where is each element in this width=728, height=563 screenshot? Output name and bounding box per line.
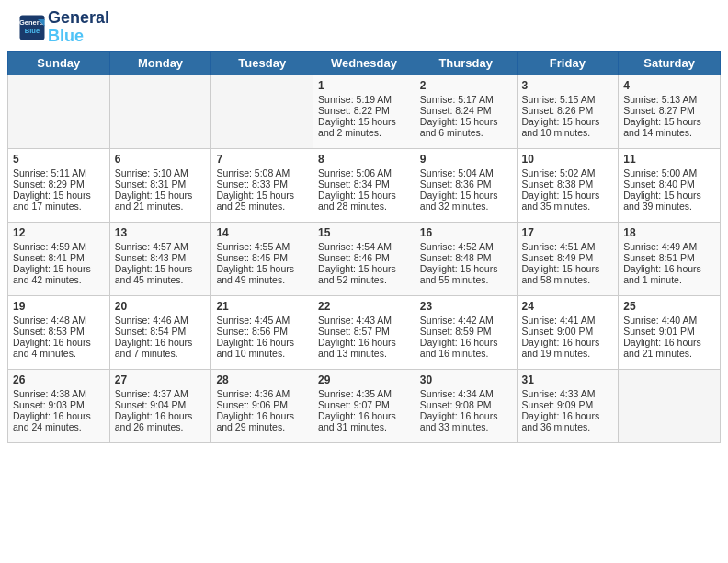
cell-text: Sunset: 8:40 PM	[623, 178, 715, 190]
day-number: 27	[115, 373, 207, 386]
cell-text: Daylight: 15 hours and 17 minutes.	[13, 190, 105, 212]
weekday-header-wednesday: Wednesday	[313, 51, 415, 75]
day-number: 25	[623, 300, 715, 313]
day-number: 31	[522, 373, 614, 386]
calendar-cell: 19Sunrise: 4:48 AMSunset: 8:53 PMDayligh…	[8, 295, 110, 369]
calendar-cell: 22Sunrise: 4:43 AMSunset: 8:57 PMDayligh…	[313, 295, 415, 369]
cell-text: Sunrise: 4:45 AM	[216, 315, 308, 326]
cell-text: Sunrise: 5:17 AM	[420, 94, 512, 105]
cell-text: Daylight: 16 hours and 36 minutes.	[522, 410, 614, 432]
calendar-cell: 10Sunrise: 5:02 AMSunset: 8:38 PMDayligh…	[517, 148, 619, 222]
cell-text: Sunrise: 4:34 AM	[420, 388, 512, 399]
calendar-cell: 30Sunrise: 4:34 AMSunset: 9:08 PMDayligh…	[415, 369, 517, 442]
calendar-cell: 26Sunrise: 4:38 AMSunset: 9:03 PMDayligh…	[8, 369, 110, 442]
calendar-cell	[8, 75, 110, 148]
weekday-header-friday: Friday	[517, 51, 619, 75]
calendar-cell: 28Sunrise: 4:36 AMSunset: 9:06 PMDayligh…	[211, 369, 313, 442]
calendar-cell: 24Sunrise: 4:41 AMSunset: 9:00 PMDayligh…	[517, 295, 619, 369]
day-number: 28	[216, 373, 308, 386]
day-number: 17	[522, 226, 614, 239]
calendar-cell: 17Sunrise: 4:51 AMSunset: 8:49 PMDayligh…	[517, 222, 619, 295]
cell-text: Sunset: 8:41 PM	[13, 252, 105, 263]
calendar-cell: 21Sunrise: 4:45 AMSunset: 8:56 PMDayligh…	[211, 295, 313, 369]
calendar-cell: 27Sunrise: 4:37 AMSunset: 9:04 PMDayligh…	[109, 369, 211, 442]
cell-text: Sunset: 8:29 PM	[13, 178, 105, 190]
cell-text: Daylight: 16 hours and 13 minutes.	[318, 337, 410, 359]
cell-text: Sunset: 8:51 PM	[623, 252, 715, 263]
cell-text: Sunrise: 5:06 AM	[318, 167, 410, 178]
calendar-header: SundayMondayTuesdayWednesdayThursdayFrid…	[8, 51, 721, 75]
day-number: 26	[13, 373, 105, 386]
day-number: 7	[216, 153, 308, 166]
cell-text: Daylight: 15 hours and 35 minutes.	[522, 190, 614, 212]
calendar-cell: 14Sunrise: 4:55 AMSunset: 8:45 PMDayligh…	[211, 222, 313, 295]
cell-text: Daylight: 16 hours and 4 minutes.	[13, 337, 105, 359]
cell-text: Sunset: 8:57 PM	[318, 326, 410, 337]
day-number: 11	[623, 153, 715, 166]
cell-text: Sunrise: 4:37 AM	[115, 388, 207, 399]
cell-text: Sunrise: 4:41 AM	[522, 315, 614, 326]
cell-text: Daylight: 16 hours and 7 minutes.	[115, 337, 207, 359]
cell-text: Sunrise: 5:04 AM	[420, 167, 512, 178]
cell-text: Daylight: 16 hours and 21 minutes.	[623, 337, 715, 359]
calendar-table: SundayMondayTuesdayWednesdayThursdayFrid…	[7, 51, 721, 443]
calendar-cell: 3Sunrise: 5:15 AMSunset: 8:26 PMDaylight…	[517, 75, 619, 148]
cell-text: Sunset: 8:38 PM	[522, 178, 614, 190]
cell-text: Sunrise: 4:49 AM	[623, 241, 715, 252]
day-number: 13	[115, 226, 207, 239]
cell-text: Sunrise: 4:59 AM	[13, 241, 105, 252]
cell-text: Sunset: 8:34 PM	[318, 178, 410, 190]
cell-text: Daylight: 15 hours and 6 minutes.	[420, 116, 512, 138]
cell-text: Sunset: 8:53 PM	[13, 326, 105, 337]
calendar-cell	[211, 75, 313, 148]
day-number: 19	[13, 300, 105, 313]
cell-text: Sunset: 9:09 PM	[522, 399, 614, 410]
cell-text: Daylight: 15 hours and 10 minutes.	[522, 116, 614, 138]
cell-text: Daylight: 15 hours and 58 minutes.	[522, 263, 614, 285]
calendar-cell: 31Sunrise: 4:33 AMSunset: 9:09 PMDayligh…	[517, 369, 619, 442]
cell-text: Sunset: 8:48 PM	[420, 252, 512, 263]
cell-text: Sunset: 8:22 PM	[318, 105, 410, 116]
cell-text: Sunrise: 4:42 AM	[420, 315, 512, 326]
day-number: 5	[13, 153, 105, 166]
cell-text: Daylight: 16 hours and 29 minutes.	[216, 410, 308, 432]
cell-text: Daylight: 15 hours and 42 minutes.	[13, 263, 105, 285]
calendar-cell: 11Sunrise: 5:00 AMSunset: 8:40 PMDayligh…	[619, 148, 721, 222]
cell-text: Daylight: 16 hours and 10 minutes.	[216, 337, 308, 359]
cell-text: Sunrise: 4:33 AM	[522, 388, 614, 399]
cell-text: Sunrise: 4:38 AM	[13, 388, 105, 399]
cell-text: Sunrise: 4:52 AM	[420, 241, 512, 252]
cell-text: Sunrise: 4:48 AM	[13, 315, 105, 326]
day-number: 24	[522, 300, 614, 313]
logo-text: GeneralBlue	[48, 9, 109, 46]
calendar-cell: 5Sunrise: 5:11 AMSunset: 8:29 PMDaylight…	[8, 148, 110, 222]
week-row-3: 12Sunrise: 4:59 AMSunset: 8:41 PMDayligh…	[8, 222, 721, 295]
calendar-cell: 2Sunrise: 5:17 AMSunset: 8:24 PMDaylight…	[415, 75, 517, 148]
cell-text: Sunrise: 5:11 AM	[13, 167, 105, 178]
calendar-cell: 16Sunrise: 4:52 AMSunset: 8:48 PMDayligh…	[415, 222, 517, 295]
cell-text: Sunset: 8:54 PM	[115, 326, 207, 337]
logo-icon: General Blue	[18, 14, 46, 41]
cell-text: Sunrise: 5:19 AM	[318, 94, 410, 105]
calendar-cell: 8Sunrise: 5:06 AMSunset: 8:34 PMDaylight…	[313, 148, 415, 222]
calendar-cell: 29Sunrise: 4:35 AMSunset: 9:07 PMDayligh…	[313, 369, 415, 442]
svg-text:Blue: Blue	[25, 27, 40, 35]
calendar-cell	[109, 75, 211, 148]
cell-text: Sunrise: 5:08 AM	[216, 167, 308, 178]
calendar-body: 1Sunrise: 5:19 AMSunset: 8:22 PMDaylight…	[8, 75, 721, 442]
cell-text: Daylight: 16 hours and 24 minutes.	[13, 410, 105, 432]
cell-text: Sunset: 9:06 PM	[216, 399, 308, 410]
cell-text: Sunset: 8:33 PM	[216, 178, 308, 190]
cell-text: Daylight: 16 hours and 19 minutes.	[522, 337, 614, 359]
cell-text: Daylight: 15 hours and 39 minutes.	[623, 190, 715, 212]
week-row-4: 19Sunrise: 4:48 AMSunset: 8:53 PMDayligh…	[8, 295, 721, 369]
calendar-cell: 15Sunrise: 4:54 AMSunset: 8:46 PMDayligh…	[313, 222, 415, 295]
cell-text: Sunset: 8:36 PM	[420, 178, 512, 190]
cell-text: Daylight: 16 hours and 26 minutes.	[115, 410, 207, 432]
weekday-header-row: SundayMondayTuesdayWednesdayThursdayFrid…	[8, 51, 721, 75]
day-number: 4	[623, 79, 715, 92]
day-number: 9	[420, 153, 512, 166]
week-row-1: 1Sunrise: 5:19 AMSunset: 8:22 PMDaylight…	[8, 75, 721, 148]
day-number: 22	[318, 300, 410, 313]
day-number: 23	[420, 300, 512, 313]
